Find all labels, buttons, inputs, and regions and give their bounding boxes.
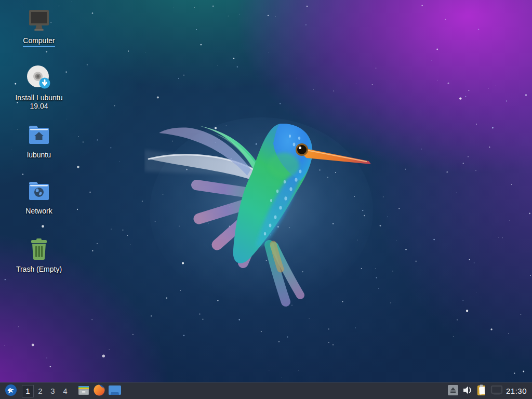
install-disc-icon [25, 64, 52, 91]
workspace-3[interactable]: 3 [47, 385, 59, 397]
workspace-label: 3 [50, 387, 55, 395]
desktop-icon-label: Network [25, 207, 52, 215]
removable-media-button[interactable] [446, 384, 460, 398]
desktop-icon-install-lubuntu[interactable]: Install Lubuntu 19.04 [4, 64, 74, 110]
desktop-monitor-button[interactable] [107, 384, 123, 398]
quick-launch [76, 384, 123, 398]
network-folder-icon [25, 178, 52, 205]
workspace-label: 2 [38, 387, 42, 395]
desktop-icon-label: Install Lubuntu 19.04 [6, 94, 72, 110]
home-folder-icon [25, 122, 52, 149]
screensaver-monitor-icon [490, 384, 503, 398]
desktop-icon-home-folder[interactable]: lubuntu [4, 122, 74, 159]
workspace-switcher: 1 2 3 4 [22, 385, 72, 397]
hummingbird-wallpaper-art [144, 117, 373, 310]
volume-button[interactable] [460, 384, 475, 398]
lubuntu-logo-icon [5, 384, 17, 398]
workspace-4[interactable]: 4 [59, 385, 71, 397]
desktop-monitor-icon [108, 384, 122, 398]
desktop-icon-trash[interactable]: Trash (Empty) [4, 236, 74, 273]
workspace-1[interactable]: 1 [22, 385, 34, 397]
computer-monitor-icon [25, 7, 52, 34]
desktop-icon-column: Computer Install Lubuntu 19.04 [4, 7, 74, 289]
workspace-label: 1 [25, 387, 30, 395]
workspace-2[interactable]: 2 [34, 385, 46, 397]
firefox-icon [93, 384, 105, 398]
taskbar-clock[interactable]: 21:30 [506, 387, 527, 395]
workspace-label: 4 [63, 387, 67, 395]
clipboard-button[interactable] [475, 384, 489, 398]
desktop-icon-label: lubuntu [27, 151, 51, 159]
desktop-icon-label: Trash (Empty) [16, 265, 62, 273]
taskbar: 1 2 3 4 [0, 382, 532, 399]
desktop-icon-label: Computer [23, 36, 55, 47]
firefox-button[interactable] [91, 384, 107, 398]
system-tray [446, 384, 504, 398]
file-manager-icon [77, 384, 90, 398]
file-manager-button[interactable] [76, 384, 91, 398]
start-menu-button[interactable] [3, 384, 19, 398]
desktop-icon-computer[interactable]: Computer [4, 7, 74, 47]
desktop-icon-network[interactable]: Network [4, 178, 74, 215]
desktop: Computer Install Lubuntu 19.04 [0, 0, 532, 399]
volume-icon [462, 384, 473, 398]
screensaver-button[interactable] [489, 384, 504, 398]
eject-icon [447, 384, 459, 398]
trash-icon [25, 236, 52, 263]
clipboard-icon [476, 384, 488, 398]
